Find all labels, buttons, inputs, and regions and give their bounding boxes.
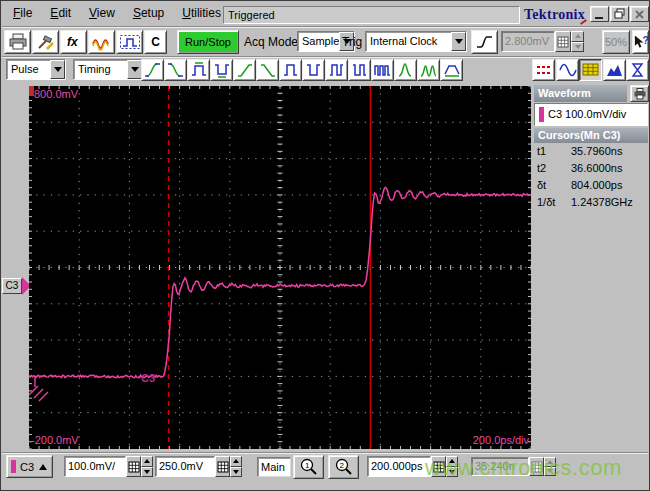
meas-rising-slope-button[interactable] [233, 59, 256, 81]
vertical-position-keypad-button[interactable] [215, 456, 230, 477]
meas-negative-pulse-button[interactable] [302, 59, 325, 81]
chevron-down-icon[interactable] [50, 60, 65, 79]
horizontal-scale-field[interactable]: 200.000ps [367, 456, 431, 477]
trace-label: C3 [141, 372, 155, 384]
zoom-out-button[interactable]: 2 [328, 455, 359, 479]
channel-color-chip [539, 107, 544, 122]
hourglass-button[interactable] [626, 59, 649, 81]
meas-positive-duty-button[interactable] [325, 59, 348, 81]
menu-view[interactable]: View [80, 2, 124, 24]
trig-label: Trig [342, 35, 362, 49]
menu-file[interactable]: File [4, 2, 41, 24]
readout-inverse-delta-t: 1/δt 1.24378GHz [537, 196, 649, 211]
meas-flat-top-button[interactable] [440, 59, 463, 81]
readout-t1: t1 35.7960ns [537, 145, 649, 160]
printer-icon [633, 88, 647, 100]
tools-icon [35, 33, 57, 51]
meas-positive-pulse-button[interactable] [279, 59, 302, 81]
menu-utilities[interactable]: Utilities [173, 2, 230, 24]
bottom-bar-divider [2, 452, 648, 453]
menu-bar: FileEditViewSetupUtilitiesHelp Triggered… [2, 2, 648, 27]
waveform-view-button[interactable] [556, 59, 579, 81]
vertical-scale-keypad-button[interactable] [126, 456, 141, 477]
meas-fall-time-button[interactable] [164, 59, 187, 81]
spin-down-button[interactable] [230, 467, 242, 478]
set-50pct-button: 50% [602, 30, 630, 54]
restore-button[interactable] [610, 6, 629, 22]
tektronix-logo: Tektronix [524, 7, 585, 23]
svg-text:fx: fx [67, 35, 79, 49]
menu-setup[interactable]: Setup [124, 2, 173, 24]
minimize-button[interactable] [590, 6, 609, 22]
spin-down-button[interactable] [141, 467, 153, 478]
meas-positive-width-button[interactable] [187, 59, 210, 81]
channel-c3-marker[interactable]: C3 [2, 278, 22, 294]
cursors-icon [534, 61, 553, 79]
restore-icon [612, 8, 627, 20]
measure-group-select[interactable]: Timing [73, 59, 143, 80]
meas-burst-button[interactable] [371, 59, 394, 81]
fall-time-icon [167, 61, 185, 79]
measure-class-select[interactable]: Pulse [6, 59, 66, 80]
scope-display[interactable]: C3 [29, 86, 531, 449]
fx-icon: fx [63, 33, 85, 51]
close-button[interactable] [630, 6, 649, 22]
flat-top-icon [443, 61, 461, 79]
zoom-in-button[interactable]: 1 [293, 455, 324, 479]
waveform-list-item[interactable]: C3 100.0mV/div [534, 103, 648, 126]
pulse-select-button[interactable] [116, 30, 143, 54]
keypad-icon [217, 461, 229, 473]
channel-c3-button[interactable]: C3 [6, 455, 53, 478]
spin-up-button[interactable] [141, 456, 153, 467]
meas-falling-slope-button[interactable] [256, 59, 279, 81]
positive-pulse-icon [282, 61, 300, 79]
vertical-scale-spinner[interactable] [141, 456, 153, 477]
histogram-view-button[interactable] [603, 59, 626, 81]
meas-negative-duty-button[interactable] [348, 59, 371, 81]
rising-edge-icon [474, 33, 496, 51]
help-button[interactable]: ? [632, 30, 649, 54]
help-pointer-icon: ? [633, 33, 648, 51]
horizontal-scale-spinner[interactable] [446, 456, 458, 477]
trig-level-field: 2.800mV [501, 31, 555, 52]
trig-slope-button[interactable] [471, 30, 498, 54]
svg-text:?: ? [642, 35, 648, 46]
waveform-database-button[interactable] [88, 30, 115, 54]
spin-up-button [571, 31, 584, 42]
trig-source-select[interactable]: Internal Clock [365, 31, 467, 52]
meas-negative-width-button[interactable] [210, 59, 233, 81]
close-icon [633, 9, 646, 20]
tools-button[interactable] [32, 30, 59, 54]
chevron-down-icon[interactable] [451, 32, 466, 51]
toolbar-divider [2, 56, 648, 57]
double-peak-icon [420, 61, 438, 79]
spin-down-button[interactable] [446, 467, 458, 478]
time-scale-label: 200.0ps/div [450, 434, 529, 446]
cursors-button[interactable] [532, 59, 555, 81]
svg-text:2: 2 [339, 461, 344, 470]
vertical-position-spinner[interactable] [230, 456, 242, 477]
meas-rise-time-button[interactable] [141, 59, 164, 81]
spin-up-button[interactable] [230, 456, 242, 467]
negative-duty-icon [351, 61, 369, 79]
meas-double-peak-button[interactable] [417, 59, 440, 81]
math-button[interactable]: fx [60, 30, 87, 54]
minimize-icon [592, 8, 607, 20]
bottom-scale-label: -200.0mV [31, 434, 79, 446]
timebase-main-label: Main [257, 457, 291, 477]
readout-delta-t: δt 804.000ps [537, 179, 649, 194]
clear-button[interactable]: C [144, 30, 167, 54]
vertical-position-field[interactable]: 250.0mV [155, 456, 215, 477]
grid-view-button[interactable] [579, 59, 602, 81]
hourglass-icon [628, 61, 647, 79]
horizontal-scale-keypad-button[interactable] [431, 456, 446, 477]
vertical-scale-field[interactable]: 100.0mV/ [64, 456, 126, 477]
menu-edit[interactable]: Edit [41, 2, 80, 24]
run-stop-button[interactable]: Run/Stop [177, 30, 239, 54]
chevron-down-icon[interactable] [127, 60, 142, 79]
spin-up-button[interactable] [446, 456, 458, 467]
scope-graticule: C3 [29, 86, 531, 449]
panel-print-button[interactable] [630, 85, 649, 102]
meas-peak-button[interactable] [394, 59, 417, 81]
print-button[interactable] [4, 30, 31, 54]
